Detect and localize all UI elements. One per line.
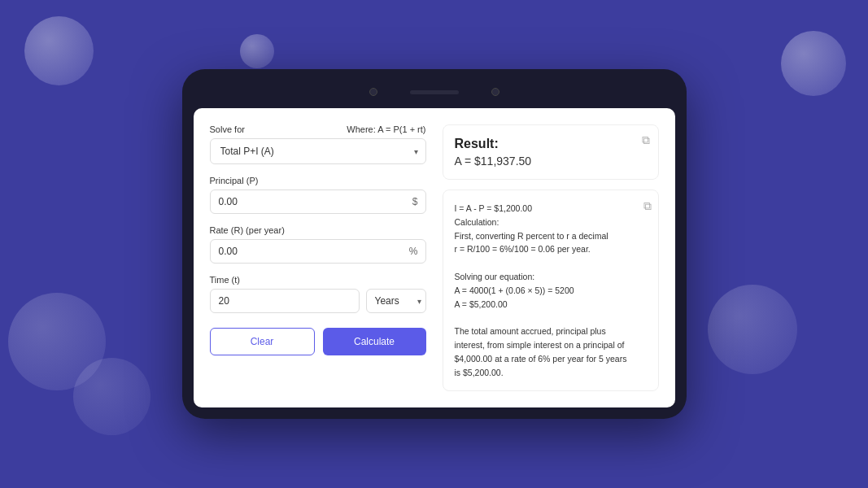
principal-input-wrapper: $: [210, 190, 426, 214]
button-row: Clear Calculate: [210, 328, 426, 355]
solve-for-header: Solve for Where: A = P(1 + rt): [210, 124, 426, 134]
time-group: Time (t) Years Months Days ▾: [210, 275, 426, 313]
app-content: Solve for Where: A = P(1 + rt) Total P+I…: [194, 108, 675, 407]
principal-input[interactable]: [210, 190, 426, 214]
copy-result-icon[interactable]: ⧉: [642, 133, 650, 147]
time-input[interactable]: [210, 289, 360, 313]
tablet-camera: [369, 88, 377, 96]
rate-unit: %: [409, 246, 418, 257]
time-input-row: Years Months Days ▾: [210, 289, 426, 313]
time-unit-select-wrapper[interactable]: Years Months Days ▾: [366, 289, 426, 313]
solve-for-group: Solve for Where: A = P(1 + rt) Total P+I…: [210, 124, 426, 164]
tablet-screen: Solve for Where: A = P(1 + rt) Total P+I…: [194, 108, 675, 407]
tablet-mic: [491, 88, 499, 96]
result-card: Result: A = $11,937.50 ⧉: [443, 124, 659, 180]
right-panel: Result: A = $11,937.50 ⧉ ⧉ I = A - P = $…: [443, 124, 659, 391]
time-label: Time (t): [210, 275, 426, 285]
rate-label: Rate (R) (per year): [210, 225, 426, 235]
detail-card: ⧉ I = A - P = $1,200.00 Calculation: Fir…: [443, 190, 659, 391]
principal-group: Principal (P) $: [210, 176, 426, 214]
formula-text: Where: A = P(1 + rt): [347, 124, 425, 134]
clear-button[interactable]: Clear: [210, 328, 315, 355]
rate-input-wrapper: %: [210, 239, 426, 264]
rate-group: Rate (R) (per year) %: [210, 225, 426, 264]
result-value: A = $11,937.50: [455, 155, 647, 168]
rate-input[interactable]: [210, 239, 426, 264]
solve-for-select[interactable]: Total P+I (A) Principal (P) Rate (R) Tim…: [210, 138, 426, 164]
tablet: Solve for Where: A = P(1 + rt) Total P+I…: [182, 69, 687, 419]
result-title: Result:: [455, 137, 647, 151]
left-panel: Solve for Where: A = P(1 + rt) Total P+I…: [210, 124, 426, 391]
tablet-speaker: [410, 90, 459, 94]
principal-unit: $: [412, 196, 418, 207]
solve-for-label: Solve for: [210, 124, 245, 134]
detail-text: I = A - P = $1,200.00 Calculation: First…: [455, 202, 647, 379]
calculate-button[interactable]: Calculate: [323, 328, 426, 355]
copy-detail-icon[interactable]: ⧉: [643, 197, 652, 215]
principal-label: Principal (P): [210, 176, 426, 185]
tablet-top-bar: [194, 81, 675, 103]
solve-for-select-wrapper[interactable]: Total P+I (A) Principal (P) Rate (R) Tim…: [210, 138, 426, 164]
time-unit-select[interactable]: Years Months Days: [366, 289, 426, 313]
